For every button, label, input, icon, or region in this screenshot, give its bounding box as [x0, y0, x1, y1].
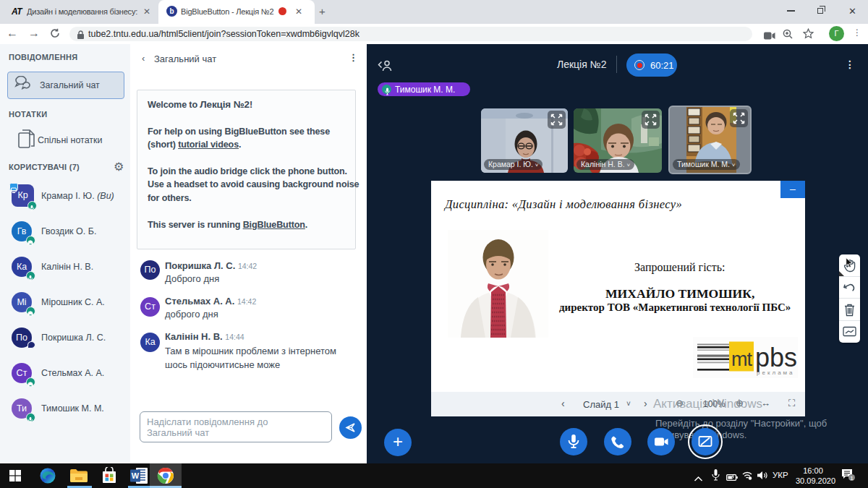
svg-text:1: 1	[850, 475, 854, 481]
svg-text:W: W	[132, 471, 140, 480]
svg-text:pbs: pbs	[755, 343, 797, 372]
svg-text:mt: mt	[731, 348, 752, 370]
svg-text:реклама: реклама	[757, 369, 795, 376]
